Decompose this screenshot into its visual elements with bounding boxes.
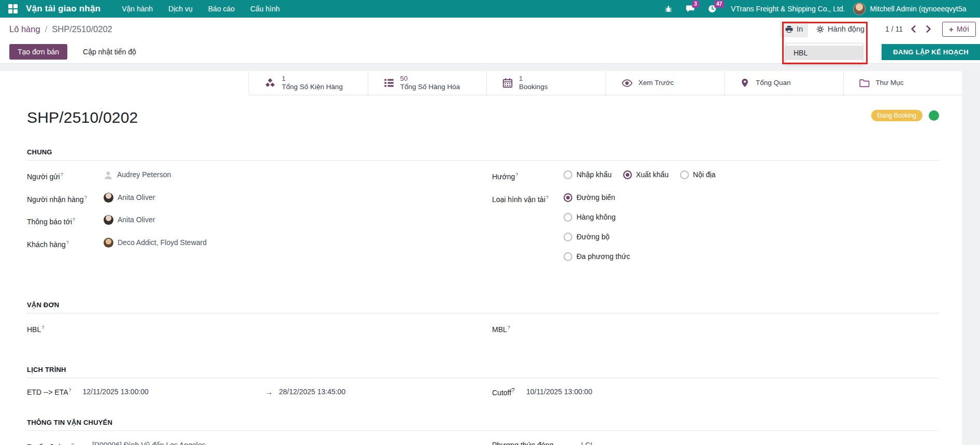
section-general-heading: CHUNG: [27, 148, 939, 156]
menu-van-hanh[interactable]: Vận hành: [114, 0, 161, 18]
section-schedule: LỊCH TRÌNH ETD --> ETA? 12/11/2025 13:00…: [27, 366, 939, 397]
apps-menu-icon[interactable]: [8, 4, 18, 13]
stat-button-folder[interactable]: Thư Mục: [843, 71, 962, 95]
activities-clock-icon[interactable]: 47: [708, 5, 716, 13]
print-button-label: In: [797, 25, 803, 33]
stat-button-preview[interactable]: Xem Trước: [606, 71, 725, 95]
print-button[interactable]: In: [780, 21, 808, 37]
radio-duong-bo[interactable]: Đường bộ: [564, 231, 630, 243]
form-body: SHP/2510/0202 Đang Booking CHUNG Người g…: [0, 95, 962, 445]
update-progress-button[interactable]: Cập nhật tiến độ: [80, 47, 139, 56]
control-panel: Lô hàng / SHP/2510/0202 In Hành động 1 /…: [0, 18, 980, 40]
breadcrumb-current-record: SHP/2510/0202: [52, 24, 112, 34]
stat-button-bookings[interactable]: 1 Bookings: [486, 71, 606, 95]
arrow-right-icon: →: [265, 387, 272, 396]
field-etd-eta: ETD --> ETA? 12/11/2025 13:00:00 → 28/12…: [27, 386, 492, 397]
radio-hang-khong[interactable]: Hàng không: [564, 211, 630, 223]
stat-label-goods: Tổng Số Hàng Hóa: [400, 83, 460, 91]
field-consignee-value[interactable]: Anita Oliver: [104, 192, 155, 204]
user-avatar[interactable]: [853, 3, 866, 15]
section-bill-heading: VẬN ĐƠN: [27, 301, 939, 309]
field-mbl: MBL?: [492, 322, 939, 336]
menu-dich-vu[interactable]: Dịch vụ: [161, 0, 200, 18]
company-switcher[interactable]: VTrans Freight & Shipping Co., Ltd.: [731, 5, 845, 13]
radio-icon: [623, 170, 632, 179]
section-schedule-heading: LỊCH TRÌNH: [27, 366, 939, 374]
user-menu[interactable]: Mitchell Admin (qynoeeqvyt5a: [870, 5, 966, 13]
field-packing-method-value[interactable]: LCL: [581, 439, 595, 445]
field-mbl-label: MBL?: [492, 322, 564, 336]
control-panel-actions: In Hành động 1 / 11 + Mới: [780, 18, 976, 40]
field-hbl-label: HBL?: [27, 322, 104, 336]
breadcrumb-lo-hang[interactable]: Lô hàng: [9, 24, 40, 34]
stat-value-goods: 50: [400, 75, 460, 83]
field-route-label: Tuyến đường?: [27, 439, 92, 445]
radio-nhap-khau[interactable]: Nhập khẩu: [564, 169, 612, 181]
radio-icon: [564, 213, 572, 222]
avatar: [104, 193, 113, 203]
field-customer-value[interactable]: Deco Addict, Floyd Steward: [104, 237, 207, 249]
avatar: [104, 215, 113, 225]
avatar: [104, 238, 113, 248]
field-notify: Thông báo tới? Anita Oliver: [27, 214, 492, 228]
field-direction-label: Hướng?: [492, 169, 564, 183]
cubes-icon: [265, 78, 276, 89]
stat-button-packages[interactable]: 1 Tổng Số Kiện Hàng: [249, 71, 368, 95]
radio-noi-dia[interactable]: Nội địa: [680, 169, 716, 181]
messages-icon[interactable]: 3: [686, 5, 695, 13]
print-dropdown-menu: HBL: [785, 43, 863, 63]
section-general: CHUNG Người gửi? Audrey Peterson: [27, 148, 939, 279]
menu-cau-hinh[interactable]: Cấu hình: [242, 0, 287, 18]
messages-count-badge: 3: [692, 1, 699, 8]
field-route-value[interactable]: [R00006] Đình Vũ đến Los Angeles: [92, 439, 206, 445]
app-name[interactable]: Vận tải giao nhận: [26, 4, 100, 14]
section-bill-of-lading: VẬN ĐƠN HBL? MBL?: [27, 301, 939, 344]
stat-value-bookings: 1: [519, 75, 548, 83]
field-cutoff-label: Cutoff?: [492, 386, 526, 397]
eta-value[interactable]: 28/12/2025 13:45:00: [279, 387, 345, 396]
printer-icon: [785, 25, 793, 33]
field-packing-method: Phương thức đóng hàng? LCL: [492, 439, 939, 445]
field-transport-type: Loại hình vận tải? Đường biển Hàng không…: [492, 192, 939, 270]
menu-bao-cao[interactable]: Báo cáo: [200, 0, 242, 18]
kanban-status-dot[interactable]: [929, 110, 939, 121]
field-route: Tuyến đường? [R00006] Đình Vũ đến Los An…: [27, 439, 492, 445]
radio-duong-bien[interactable]: Đường biển: [564, 192, 630, 204]
record-title: SHP/2510/0202: [27, 109, 138, 126]
field-transport-type-label: Loại hình vận tải?: [492, 192, 564, 206]
navbar-right: 3 47 VTrans Freight & Shipping Co., Ltd.…: [665, 0, 966, 18]
list-icon: [384, 78, 394, 88]
transport-radio-group: Đường biển Hàng không Đường bộ Đa phương…: [564, 192, 630, 270]
field-shipper-value[interactable]: Audrey Peterson: [104, 169, 171, 181]
stat-label-preview: Xem Trước: [639, 79, 674, 87]
field-notify-value[interactable]: Anita Oliver: [104, 214, 155, 226]
chevron-left-icon[interactable]: [909, 24, 918, 34]
direction-radio-group: Nhập khẩu Xuất khẩu Nội địa: [564, 169, 715, 181]
field-notify-label: Thông báo tới?: [27, 214, 104, 228]
radio-da-phuong-thuc[interactable]: Đa phương thức: [564, 251, 630, 263]
stat-button-goods[interactable]: 50 Tổng Số Hàng Hóa: [368, 71, 487, 95]
debug-bug-icon[interactable]: [665, 5, 672, 13]
field-customer: Khách hàng? Deco Addict, Floyd Steward: [27, 237, 492, 251]
field-direction: Hướng? Nhập khẩu Xuất khẩu Nội địa: [492, 169, 939, 183]
eye-icon: [622, 78, 632, 89]
cutoff-value[interactable]: 10/11/2025 13:00:00: [526, 387, 592, 396]
folder-icon: [859, 78, 870, 88]
main-menu: Vận hành Dịch vụ Báo cáo Cấu hình: [114, 0, 287, 18]
chevron-right-icon[interactable]: [924, 24, 933, 34]
etd-value[interactable]: 12/11/2025 13:00:00: [82, 387, 265, 396]
field-cutoff: Cutoff? 10/11/2025 13:00:00: [492, 386, 939, 397]
content-area: 1 Tổng Số Kiện Hàng 50 Tổng Số Hàng Hóa: [0, 64, 980, 445]
field-consignee-label: Người nhận hàng?: [27, 192, 104, 206]
stage-badge: Đang Booking: [871, 110, 923, 121]
breadcrumb-separator: /: [45, 24, 48, 34]
calendar-icon: [502, 78, 513, 88]
stat-button-overview[interactable]: Tổng Quan: [724, 71, 843, 95]
radio-xuat-khau[interactable]: Xuất khẩu: [623, 169, 669, 181]
create-sale-order-button[interactable]: Tạo đơn bán: [9, 44, 67, 60]
new-record-button[interactable]: + Mới: [942, 22, 976, 37]
map-pin-icon: [740, 78, 750, 88]
print-menu-item-hbl[interactable]: HBL: [786, 46, 862, 60]
stage-dang-lap-ke-hoach[interactable]: ĐANG LẬP KẾ HOẠCH: [882, 44, 980, 60]
actions-button[interactable]: Hành động: [811, 21, 870, 37]
